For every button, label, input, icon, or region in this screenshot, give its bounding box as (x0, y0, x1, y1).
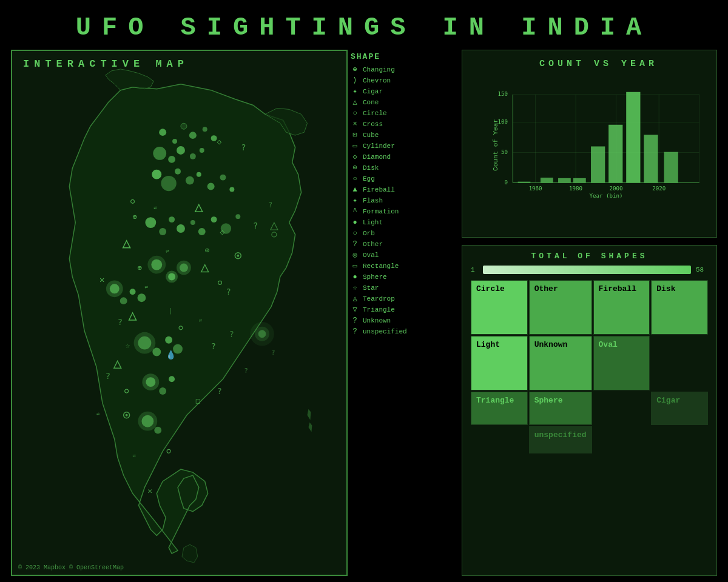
map-copyright: © 2023 Mapbox © OpenStreetMap (18, 564, 124, 571)
treemap: Circle Other Fireball Disk Light Unknown… (471, 280, 708, 453)
legend-item: ▭Cylinder (351, 141, 454, 152)
treemap-light: Light (471, 336, 528, 390)
svg-point-47 (159, 387, 166, 395)
svg-text:?: ? (226, 287, 231, 296)
legend-icon: ◬ (351, 293, 359, 304)
legend-label: Teardrop (363, 294, 395, 304)
legend-title: SHAPE (351, 52, 454, 61)
svg-text:?: ? (118, 317, 123, 327)
legend-label: Cigar (363, 87, 383, 97)
legend-item: ⊡Cube (351, 130, 454, 141)
legend-icon: ⊡ (351, 130, 359, 141)
total-shapes-panel: TOTAL OF SHAPES 1 58 Circle Other Fireba… (462, 245, 717, 576)
legend-icon: ▲ (351, 184, 359, 195)
svg-rect-125 (626, 92, 640, 183)
legend-item: ●Light (351, 217, 454, 228)
svg-text:?: ? (241, 142, 246, 152)
legend-icon: ● (351, 217, 359, 228)
svg-rect-122 (573, 178, 586, 182)
svg-point-17 (177, 146, 185, 155)
legend-label: Formation (363, 207, 399, 217)
svg-point-34 (180, 264, 188, 272)
legend-icon: ⊕ (351, 64, 359, 75)
svg-text:?: ? (268, 201, 272, 209)
svg-point-24 (190, 220, 195, 225)
svg-text:⇌: ⇌ (133, 452, 136, 458)
treemap-oval: Oval (593, 336, 650, 390)
legend-icon: ☆ (351, 283, 359, 293)
legend-item: ▲Fireball (351, 184, 454, 195)
legend-label: Flash (363, 196, 383, 206)
svg-point-23 (177, 224, 185, 233)
legend-icon: ⟩ (351, 75, 359, 86)
svg-text:?: ? (271, 349, 275, 356)
svg-point-28 (235, 214, 240, 219)
legend-label: Orb (363, 229, 375, 239)
svg-point-22 (169, 216, 175, 222)
map-title: INTERACTIVE MAP (23, 58, 189, 70)
svg-text:⇌: ⇌ (96, 410, 100, 416)
svg-text:?: ? (106, 371, 110, 381)
legend-icon: ? (351, 326, 359, 337)
svg-point-26 (211, 216, 217, 222)
treemap-empty2 (593, 392, 650, 425)
svg-point-4 (189, 132, 197, 139)
legend-icon: ○ (351, 108, 359, 119)
legend-icon: ▭ (351, 261, 359, 272)
treemap-cigar: Cigar (651, 392, 708, 425)
svg-point-42 (152, 348, 161, 356)
svg-text:?: ? (229, 329, 234, 339)
svg-point-2 (172, 139, 177, 144)
svg-rect-120 (541, 178, 553, 182)
legend-icon: ✦ (351, 195, 359, 206)
legend-icon: ^ (351, 206, 359, 217)
treemap-triangle: Triangle (471, 392, 528, 425)
svg-point-5 (203, 127, 207, 132)
legend-label: unspecified (363, 327, 407, 337)
svg-point-8 (161, 176, 176, 191)
treemap-empty3 (471, 426, 528, 453)
svg-point-19 (200, 148, 204, 153)
legend-label: Fireball (363, 185, 395, 195)
svg-point-10 (186, 176, 194, 185)
legend-item: ▽Triangle (351, 304, 454, 315)
svg-text:2020: 2020 (652, 186, 666, 192)
svg-point-12 (207, 183, 215, 190)
legend-label: Diamond (363, 152, 391, 162)
legend-item: ●Sphere (351, 272, 454, 283)
svg-text:?: ? (253, 221, 258, 230)
legend-item: ○Circle (351, 108, 454, 119)
svg-point-9 (175, 169, 181, 175)
legend-icon: ○ (351, 173, 359, 184)
treemap-empty4 (593, 426, 650, 453)
svg-rect-119 (518, 182, 531, 183)
legend-item: ×Cross (351, 119, 454, 130)
svg-text:50: 50 (501, 149, 508, 155)
legend-label: Egg (363, 174, 375, 184)
svg-point-46 (146, 377, 155, 387)
svg-point-30 (151, 259, 162, 270)
bar-min-label: 1 (471, 266, 478, 273)
legend-label: Disk (363, 163, 379, 173)
legend-label: Cone (363, 98, 379, 108)
legend-icon: ● (351, 272, 359, 283)
svg-point-39 (138, 293, 146, 302)
legend-icon: ◇ (351, 152, 359, 162)
india-map[interactable]: ? ? ? ? ? ? ? ? ⊕ ⊕ ⊕ ✕ ✕ ◇ (12, 51, 346, 575)
svg-point-14 (229, 187, 234, 192)
svg-point-82 (237, 255, 239, 257)
chart-title: COUNT VS YEAR (493, 59, 704, 69)
svg-point-43 (165, 336, 172, 344)
legend-icon: ▭ (351, 141, 359, 152)
svg-text:□: □ (196, 396, 200, 405)
legend-label: Light (363, 218, 383, 228)
legend-item: ?Other (351, 239, 454, 250)
svg-point-96 (258, 330, 266, 338)
legend-label: Chevron (363, 76, 391, 86)
svg-rect-126 (644, 135, 658, 182)
legend-icon: ○ (351, 228, 359, 239)
svg-point-1 (159, 129, 166, 136)
svg-point-84 (126, 414, 128, 416)
legend-item: ✦Flash (351, 195, 454, 206)
legend-icon: ✦ (351, 86, 359, 97)
